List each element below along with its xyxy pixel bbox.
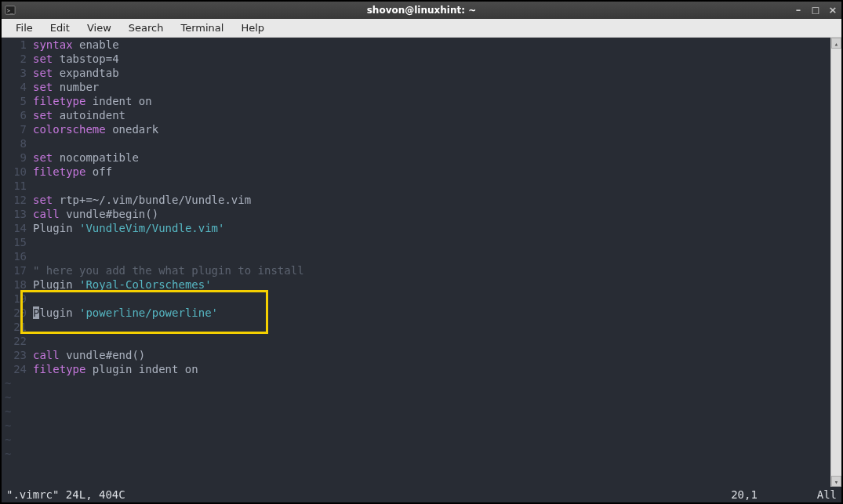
menu-edit[interactable]: Edit xyxy=(42,20,78,35)
code-line[interactable]: 16 xyxy=(2,249,830,263)
code-line[interactable]: 24filetype plugin indent on xyxy=(2,362,830,376)
empty-line: ~ xyxy=(2,390,830,404)
code-content[interactable]: set tabstop=4 xyxy=(33,52,830,66)
code-content[interactable] xyxy=(33,292,830,306)
line-number: 1 xyxy=(2,38,33,52)
code-content[interactable]: Plugin 'powerline/powerline' xyxy=(33,306,830,320)
code-line[interactable]: 9set nocompatible xyxy=(2,150,830,165)
line-number: 3 xyxy=(2,66,33,80)
code-content[interactable]: set rtp+=~/.vim/bundle/Vundle.vim xyxy=(33,193,830,207)
code-line[interactable]: 17" here you add the what plugin to inst… xyxy=(2,263,830,277)
code-content[interactable]: set nocompatible xyxy=(33,150,830,165)
editor-area[interactable]: 1syntax enable2set tabstop=43set expandt… xyxy=(2,38,841,487)
menu-help[interactable]: Help xyxy=(233,20,272,35)
line-number: 22 xyxy=(2,334,33,348)
scroll-track[interactable] xyxy=(831,49,841,476)
svg-text:>_: >_ xyxy=(7,7,14,13)
code-content[interactable]: filetype off xyxy=(33,165,830,179)
code-line[interactable]: 5filetype indent on xyxy=(2,94,830,108)
line-number: 24 xyxy=(2,362,33,376)
code-content[interactable] xyxy=(33,235,830,249)
terminal-window: >_ shovon@linuxhint: ~ – ◻ × File Edit V… xyxy=(0,0,843,504)
code-content[interactable] xyxy=(33,334,830,348)
line-number: 2 xyxy=(2,52,33,66)
code-content[interactable]: set expandtab xyxy=(33,66,830,80)
code-content[interactable]: filetype plugin indent on xyxy=(33,362,830,376)
empty-line: ~ xyxy=(2,376,830,390)
code-line[interactable]: 23call vundle#end() xyxy=(2,348,830,362)
window-controls: – ◻ × xyxy=(793,4,838,16)
titlebar[interactable]: >_ shovon@linuxhint: ~ – ◻ × xyxy=(2,2,841,19)
code-content[interactable]: set number xyxy=(33,80,830,94)
scrollbar[interactable]: ▴ ▾ xyxy=(830,38,841,487)
code-content[interactable]: Plugin 'Royal-Colorschemes' xyxy=(33,277,830,292)
menu-terminal[interactable]: Terminal xyxy=(173,20,231,35)
code-content[interactable]: " here you add the what plugin to instal… xyxy=(33,263,830,277)
line-number: 16 xyxy=(2,249,33,263)
code-line[interactable]: 13call vundle#begin() xyxy=(2,207,830,221)
line-number: 23 xyxy=(2,348,33,362)
code-line[interactable]: 19 xyxy=(2,292,830,306)
line-number: 20 xyxy=(2,306,33,320)
code-content[interactable]: call vundle#end() xyxy=(33,348,830,362)
code-content[interactable] xyxy=(33,320,830,334)
code-content[interactable]: call vundle#begin() xyxy=(33,207,830,221)
code-line[interactable]: 18Plugin 'Royal-Colorschemes' xyxy=(2,277,830,292)
terminal-icon: >_ xyxy=(5,5,16,16)
menubar: File Edit View Search Terminal Help xyxy=(2,19,841,38)
status-line: ".vimrc" 24L, 404C 20,1 All xyxy=(2,487,841,502)
line-number: 19 xyxy=(2,292,33,306)
status-position: 20,1 xyxy=(731,488,758,501)
code-line[interactable]: 15 xyxy=(2,235,830,249)
line-number: 10 xyxy=(2,165,33,179)
close-button[interactable]: × xyxy=(827,4,838,16)
code-line[interactable]: 11 xyxy=(2,179,830,193)
code-line[interactable]: 1syntax enable xyxy=(2,38,830,52)
code-content[interactable] xyxy=(33,136,830,150)
empty-line: ~ xyxy=(2,419,830,433)
code-line[interactable]: 10filetype off xyxy=(2,165,830,179)
code-line[interactable]: 7colorscheme onedark xyxy=(2,122,830,136)
line-number: 18 xyxy=(2,277,33,292)
line-number: 9 xyxy=(2,150,33,165)
code-line[interactable]: 22 xyxy=(2,334,830,348)
code-content[interactable] xyxy=(33,249,830,263)
code-line[interactable]: 14Plugin 'VundleVim/Vundle.vim' xyxy=(2,221,830,235)
line-number: 12 xyxy=(2,193,33,207)
line-number: 17 xyxy=(2,263,33,277)
code-line[interactable]: 6set autoindent xyxy=(2,108,830,122)
maximize-button[interactable]: ◻ xyxy=(810,4,821,16)
code-content[interactable]: filetype indent on xyxy=(33,94,830,108)
empty-line: ~ xyxy=(2,447,830,461)
line-number: 15 xyxy=(2,235,33,249)
menu-file[interactable]: File xyxy=(8,20,41,35)
code-line[interactable]: 8 xyxy=(2,136,830,150)
status-file: ".vimrc" 24L, 404C xyxy=(6,488,125,501)
line-number: 21 xyxy=(2,320,33,334)
menu-view[interactable]: View xyxy=(79,20,119,35)
code-content[interactable] xyxy=(33,179,830,193)
code-content[interactable]: colorscheme onedark xyxy=(33,122,830,136)
code-line[interactable]: 21 xyxy=(2,320,830,334)
code-content[interactable]: Plugin 'VundleVim/Vundle.vim' xyxy=(33,221,830,235)
code-line[interactable]: 12set rtp+=~/.vim/bundle/Vundle.vim xyxy=(2,193,830,207)
code-line[interactable]: 2set tabstop=4 xyxy=(2,52,830,66)
line-number: 7 xyxy=(2,122,33,136)
line-number: 4 xyxy=(2,80,33,94)
code-line[interactable]: 3set expandtab xyxy=(2,66,830,80)
empty-line: ~ xyxy=(2,433,830,447)
minimize-button[interactable]: – xyxy=(793,4,804,16)
menu-search[interactable]: Search xyxy=(121,20,172,35)
line-number: 8 xyxy=(2,136,33,150)
code-line[interactable]: 4set number xyxy=(2,80,830,94)
code-content[interactable]: set autoindent xyxy=(33,108,830,122)
window-title: shovon@linuxhint: ~ xyxy=(367,5,477,16)
scroll-down-button[interactable]: ▾ xyxy=(831,476,841,487)
code-content[interactable]: syntax enable xyxy=(33,38,830,52)
line-number: 5 xyxy=(2,94,33,108)
titlebar-left: >_ xyxy=(5,5,16,16)
code-line[interactable]: 20Plugin 'powerline/powerline' xyxy=(2,306,830,320)
scroll-up-button[interactable]: ▴ xyxy=(831,38,841,49)
empty-line: ~ xyxy=(2,404,830,419)
line-number: 6 xyxy=(2,108,33,122)
